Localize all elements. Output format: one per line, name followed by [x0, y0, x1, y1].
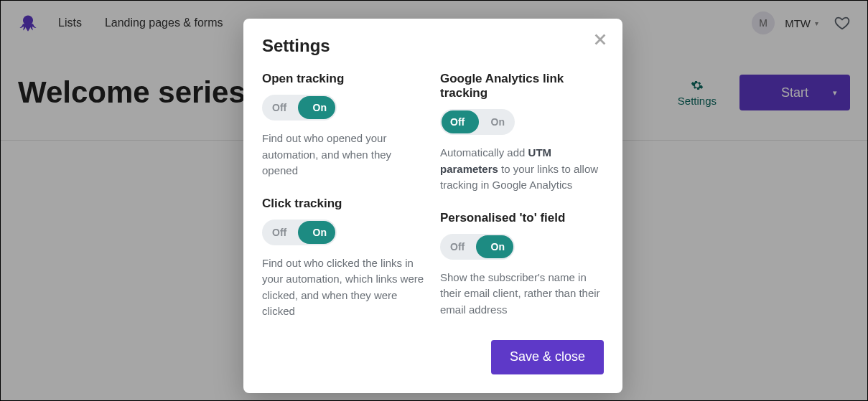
desc-prefix: Automatically add — [440, 146, 528, 159]
toggle-off-label: Off — [272, 227, 286, 238]
ga-tracking-desc: Automatically add UTM parameters to your… — [440, 145, 604, 194]
toggle-off-label: Off — [272, 102, 286, 113]
personalised-to-desc: Show the subscriber's name in their emai… — [440, 270, 604, 319]
open-tracking-title: Open tracking — [262, 72, 426, 86]
ga-tracking-title: Google Analytics link tracking — [440, 72, 604, 100]
click-tracking-desc: Find out who clicked the links in your a… — [262, 255, 426, 320]
personalised-to-title: Personalised 'to' field — [440, 211, 604, 225]
open-tracking-block: Open tracking Off On Find out who opened… — [262, 72, 426, 179]
close-icon[interactable] — [592, 32, 608, 47]
click-tracking-title: Click tracking — [262, 197, 426, 211]
click-tracking-block: Click tracking Off On Find out who click… — [262, 197, 426, 320]
toggle-off-label: Off — [450, 116, 465, 128]
personalised-to-toggle[interactable]: Off On — [440, 234, 515, 260]
click-tracking-toggle[interactable]: Off On — [262, 220, 337, 245]
toggle-on-label: On — [491, 116, 505, 128]
toggle-on-label: On — [313, 102, 327, 113]
open-tracking-toggle[interactable]: Off On — [262, 95, 337, 121]
settings-modal: Settings Open tracking Off On Find out w… — [243, 19, 622, 393]
toggle-on-label: On — [491, 241, 505, 253]
ga-tracking-toggle[interactable]: Off On — [440, 109, 515, 135]
open-tracking-desc: Find out who opened your automation, and… — [262, 131, 426, 179]
personalised-to-block: Personalised 'to' field Off On Show the … — [440, 211, 604, 319]
toggle-on-label: On — [313, 227, 327, 238]
save-close-button[interactable]: Save & close — [491, 340, 604, 374]
modal-title: Settings — [262, 36, 604, 56]
toggle-off-label: Off — [450, 241, 465, 253]
ga-tracking-block: Google Analytics link tracking Off On Au… — [440, 72, 604, 194]
modal-footer: Save & close — [262, 340, 604, 374]
